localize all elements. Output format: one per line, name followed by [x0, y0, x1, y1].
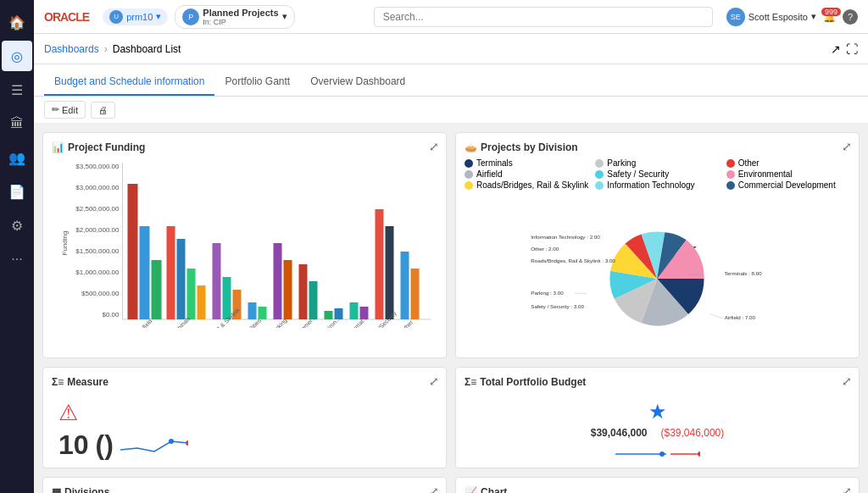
svg-point-57 — [186, 440, 188, 446]
legend-other-dot — [726, 159, 735, 168]
user-dropdown-icon: ▾ — [811, 11, 816, 22]
pie-legend: Terminals Parking Other Airfield — [465, 158, 850, 190]
legend-airfield: Airfield — [465, 169, 588, 179]
budget-content: ★ $39,046,000 ($39,046,000) — [465, 393, 850, 472]
legend-other: Other — [726, 158, 850, 168]
svg-rect-11 — [140, 226, 150, 319]
sidebar-list-icon[interactable]: ☰ — [2, 75, 32, 105]
svg-rect-16 — [198, 285, 206, 319]
sigma-icon: Σ≡ — [52, 376, 64, 388]
tab-budget-schedule[interactable]: Budget and Schedule information — [44, 69, 214, 96]
legend-environmental: Environmental — [726, 169, 850, 179]
user-name: Scott Esposito — [748, 12, 808, 22]
dashboard: 📊 Project Funding ⤢ $3,500,000.00 $3,000… — [34, 124, 868, 493]
budget-sparkline-container — [471, 446, 843, 465]
print-button[interactable]: 🖨 — [91, 102, 115, 119]
project-funding-widget: 📊 Project Funding ⤢ $3,500,000.00 $3,000… — [42, 132, 447, 358]
project-info: Planned Projects In: CIP — [203, 8, 278, 26]
share-icon[interactable]: ↗ — [831, 42, 841, 56]
budget-amount: $39,046,000 — [591, 427, 648, 439]
notification-bell[interactable]: 🔔 999 — [823, 11, 836, 23]
measure-widget: Σ≡ Measure ⤢ ⚠ 10 () — [42, 367, 447, 468]
svg-rect-12 — [152, 260, 162, 319]
svg-point-61 — [698, 451, 700, 457]
svg-line-49 — [710, 313, 723, 319]
svg-point-56 — [169, 439, 174, 444]
svg-rect-23 — [284, 260, 292, 319]
edit-button[interactable]: ✏ Edit — [44, 101, 86, 119]
project-sub: In: CIP — [203, 18, 278, 26]
svg-text:Terminals : 8.00: Terminals : 8.00 — [725, 270, 762, 276]
bar-chart-icon: 📊 — [52, 141, 64, 153]
pencil-icon: ✏ — [52, 104, 59, 115]
sidebar-more-icon[interactable]: ··· — [2, 244, 32, 274]
svg-rect-30 — [376, 209, 384, 319]
chart-expand[interactable]: ⤢ — [842, 485, 852, 493]
svg-rect-20 — [248, 302, 257, 319]
legend-environmental-dot — [726, 170, 735, 179]
svg-text:$2,000,000.00: $2,000,000.00 — [75, 226, 120, 234]
svg-rect-26 — [325, 311, 333, 319]
bar-chart-area: $3,500,000.00 $3,000,000.00 $2,500,000.0… — [52, 158, 437, 328]
oracle-logo: ORACLE — [44, 10, 89, 24]
notification-badge: 999 — [821, 8, 841, 16]
legend-safety-dot — [595, 170, 604, 179]
breadcrumb-separator: › — [104, 43, 108, 55]
legend-roads-dot — [465, 181, 473, 190]
legend-parking-dot — [595, 159, 604, 168]
sidebar-building-icon[interactable]: 🏛 — [2, 108, 32, 139]
search-input[interactable] — [374, 7, 713, 27]
divisions-title: ▦ Divisions — [52, 486, 437, 493]
toolbar: ✏ Edit 🖨 — [34, 97, 868, 124]
tab-overview-dashboard[interactable]: Overview Dashboard — [300, 69, 415, 96]
measure-expand[interactable]: ⤢ — [429, 374, 439, 388]
projects-by-division-expand[interactable]: ⤢ — [842, 140, 852, 153]
user-info: SE Scott Esposito ▾ — [726, 8, 816, 26]
user-chevron-icon: ▾ — [156, 11, 161, 22]
help-icon[interactable]: ? — [843, 9, 858, 25]
svg-rect-22 — [274, 243, 282, 319]
breadcrumb-current: Dashboard List — [113, 43, 181, 55]
svg-rect-15 — [187, 269, 196, 319]
legend-commercial-dot — [726, 181, 735, 190]
total-portfolio-budget-title: Σ≡ Total Portfolio Budget — [465, 376, 850, 388]
tab-portfolio-gantt[interactable]: Portfolio Gantt — [214, 69, 300, 96]
fullscreen-icon[interactable]: ⛶ — [846, 42, 858, 56]
project-chevron-icon: ▾ — [282, 11, 287, 22]
svg-text:Parking : 3.00: Parking : 3.00 — [531, 290, 565, 296]
svg-text:Information Technology : 2.00: Information Technology : 2.00 — [531, 234, 601, 240]
svg-rect-24 — [299, 264, 308, 319]
legend-parking: Parking — [595, 158, 719, 168]
user-pill[interactable]: U prm10 ▾ — [103, 8, 168, 25]
svg-point-59 — [659, 451, 665, 457]
svg-rect-13 — [167, 226, 175, 319]
breadcrumb-dashboards[interactable]: Dashboards — [44, 43, 99, 55]
svg-text:$500,000.00: $500,000.00 — [81, 290, 120, 297]
legend-infotech: Information Technology — [595, 180, 719, 190]
user-avatar: SE — [726, 8, 745, 26]
legend-safety: Safety / Security — [595, 169, 719, 179]
sidebar-doc-icon[interactable]: 📄 — [2, 176, 32, 207]
project-funding-expand[interactable]: ⤢ — [429, 140, 439, 153]
legend-airfield-dot — [465, 170, 473, 179]
svg-text:Other : 2.00: Other : 2.00 — [531, 246, 559, 252]
project-pill[interactable]: P Planned Projects In: CIP ▾ — [175, 5, 294, 29]
sidebar-dashboard-icon[interactable]: ◎ — [2, 41, 32, 71]
total-portfolio-budget-expand[interactable]: ⤢ — [842, 374, 852, 388]
breadcrumb-bar: Dashboards › Dashboard List ↗ ⛶ — [34, 34, 868, 64]
projects-by-division-widget: 🥧 Projects by Division ⤢ Terminals Parki… — [455, 132, 860, 358]
svg-text:Airfield : 7.00: Airfield : 7.00 — [725, 314, 756, 320]
chart-title: 📈 Chart — [465, 486, 850, 493]
svg-text:Safety / Security : 3.00: Safety / Security : 3.00 — [531, 303, 585, 309]
divisions-expand[interactable]: ⤢ — [429, 485, 439, 493]
sidebar-people-icon[interactable]: 👥 — [2, 142, 32, 173]
treemap-icon: ▦ — [52, 486, 61, 493]
legend-infotech-dot — [595, 181, 604, 190]
project-avatar: P — [182, 8, 199, 25]
user-pill-label: prm10 — [126, 12, 153, 22]
sidebar-settings-icon[interactable]: ⚙ — [2, 210, 32, 241]
budget-sparkline — [615, 446, 700, 463]
sidebar-home-icon[interactable]: 🏠 — [2, 7, 32, 37]
svg-rect-32 — [401, 252, 409, 319]
pie-svg-area: Terminals : 8.00 Airfield : 7.00 Parking… — [465, 197, 850, 349]
